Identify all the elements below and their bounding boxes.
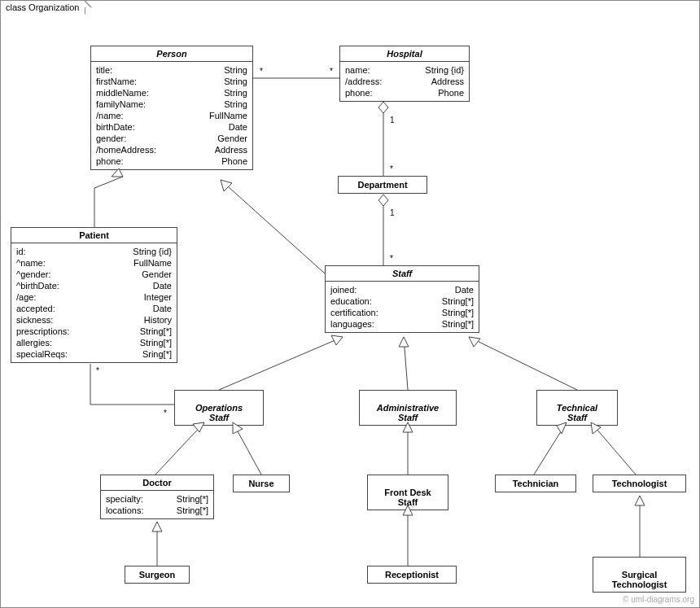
attr-row: title:String <box>96 64 247 76</box>
svg-line-5 <box>404 337 408 390</box>
svg-line-6 <box>469 337 577 390</box>
attr-row: joined:Date <box>330 284 474 295</box>
class-admin-staff: Administrative Staff <box>359 390 457 426</box>
watermark: © uml-diagrams.org <box>623 595 694 604</box>
attr-row: /name:FullName <box>96 110 247 121</box>
svg-line-4 <box>219 337 343 390</box>
class-department: Department <box>338 176 427 194</box>
class-front-desk: Front Desk Staff <box>367 475 448 510</box>
attr-row: middleName:String <box>96 87 247 98</box>
mult-label: * <box>164 409 167 418</box>
class-title: Technical Staff <box>557 403 597 422</box>
class-attrs: title:StringfirstName:StringmiddleName:S… <box>91 62 252 169</box>
attr-row: name:String {id} <box>345 64 464 76</box>
class-staff: Staff joined:Dateeducation:String[*]cert… <box>325 265 479 333</box>
class-surg-tech: Surgical Technologist <box>593 557 686 593</box>
class-ops-staff: Operations Staff <box>174 390 264 426</box>
attr-row: /age:Integer <box>16 291 172 303</box>
class-title: Doctor <box>101 475 213 490</box>
class-attrs: specialty:String[*]locations:String[*] <box>101 491 213 518</box>
mult-label: * <box>330 67 333 76</box>
mult-label: * <box>390 254 393 263</box>
class-tech-staff: Technical Staff <box>536 390 618 426</box>
class-nurse: Nurse <box>233 475 290 492</box>
class-attrs: name:String {id}/address:Addressphone:Ph… <box>340 62 469 101</box>
class-doctor: Doctor specialty:String[*]locations:Stri… <box>100 475 214 519</box>
attr-row: phone:Phone <box>345 87 464 98</box>
diagram-canvas: class Organization Person title:Stringfi… <box>0 0 700 608</box>
class-title: Person <box>91 46 252 61</box>
attr-row: locations:String[*] <box>106 505 208 516</box>
attr-row: /address:Address <box>345 76 464 87</box>
attr-row: ^gender:Gender <box>16 269 172 280</box>
attr-row: ^name:FullName <box>16 257 172 269</box>
mult-label: * <box>96 366 99 375</box>
class-title: Front Desk Staff <box>384 488 431 507</box>
svg-line-11 <box>591 422 636 475</box>
attr-row: specialReqs:Sring[*] <box>16 348 172 360</box>
mult-label: 1 <box>390 116 395 125</box>
svg-line-10 <box>534 422 567 475</box>
attr-row: languages:String[*] <box>330 318 474 330</box>
mult-label: 1 <box>390 208 395 217</box>
class-title: Technologist <box>612 479 667 488</box>
attr-row: education:String[*] <box>330 295 474 307</box>
class-title: Department <box>357 180 407 190</box>
svg-line-8 <box>233 422 261 475</box>
attr-row: id:String {id} <box>16 246 172 257</box>
class-title: Nurse <box>248 479 273 488</box>
class-attrs: id:String {id}^name:FullName^gender:Gend… <box>11 243 177 362</box>
class-title: Administrative Staff <box>377 403 439 422</box>
svg-line-7 <box>155 422 204 475</box>
class-technician: Technician <box>495 475 576 492</box>
frame-tab: class Organization <box>0 0 85 15</box>
attr-row: ^birthDate:Date <box>16 280 172 291</box>
svg-line-3 <box>221 180 325 273</box>
class-title: Surgical Technologist <box>612 570 667 589</box>
frame-title: class Organization <box>6 2 80 12</box>
class-technologist: Technologist <box>593 475 686 492</box>
class-title: Receptionist <box>385 570 439 580</box>
class-surgeon: Surgeon <box>125 566 190 584</box>
class-title: Surgeon <box>139 570 176 580</box>
attr-row: phone:Phone <box>96 155 247 167</box>
attr-row: familyName:String <box>96 98 247 110</box>
attr-row: birthDate:Date <box>96 121 247 133</box>
class-title: Staff <box>326 266 479 281</box>
attr-row: /homeAddress:Address <box>96 144 247 155</box>
class-person: Person title:StringfirstName:Stringmiddl… <box>90 46 253 170</box>
attr-row: allergies:String[*] <box>16 337 172 348</box>
mult-label: * <box>390 164 393 173</box>
class-title: Technician <box>513 479 559 488</box>
attr-row: firstName:String <box>96 76 247 87</box>
class-title: Operations Staff <box>195 403 243 422</box>
class-hospital: Hospital name:String {id}/address:Addres… <box>339 46 470 102</box>
attr-row: prescriptions:String[*] <box>16 326 172 337</box>
attr-row: specialty:String[*] <box>106 493 208 505</box>
class-receptionist: Receptionist <box>367 566 457 584</box>
attr-row: certification:String[*] <box>330 307 474 318</box>
mult-label: * <box>260 67 263 76</box>
class-attrs: joined:Dateeducation:String[*]certificat… <box>326 282 479 332</box>
class-patient: Patient id:String {id}^name:FullName^gen… <box>11 227 177 363</box>
attr-row: accepted:Date <box>16 303 172 314</box>
class-title: Hospital <box>340 46 469 61</box>
attr-row: sickness:History <box>16 314 172 326</box>
class-title: Patient <box>11 228 177 243</box>
attr-row: gender:Gender <box>96 133 247 144</box>
